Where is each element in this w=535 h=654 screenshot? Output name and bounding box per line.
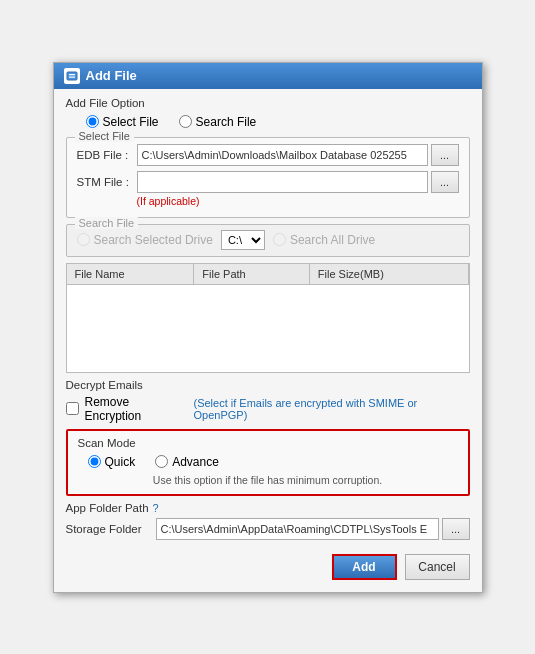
edb-file-row: EDB File : ...: [77, 144, 459, 166]
search-options-row: Search Selected Drive C:\ Search All Dri…: [77, 230, 459, 250]
title-bar: Add File: [54, 63, 482, 89]
search-selected-drive-option[interactable]: Search Selected Drive: [77, 233, 213, 247]
search-all-radio[interactable]: [273, 233, 286, 246]
if-applicable-text: (If applicable): [137, 195, 459, 207]
file-size-header: File Size(MB): [309, 264, 468, 285]
search-all-drive-option[interactable]: Search All Drive: [273, 233, 375, 247]
svg-rect-0: [67, 72, 77, 80]
file-name-header: File Name: [67, 264, 194, 285]
edb-browse-button[interactable]: ...: [431, 144, 459, 166]
quick-scan-option[interactable]: Quick: [88, 455, 136, 469]
app-folder-path-row: App Folder Path ?: [66, 502, 470, 514]
add-file-option-label: Add File Option: [66, 97, 470, 109]
dialog-title: Add File: [86, 68, 137, 83]
stm-input[interactable]: [137, 171, 428, 193]
stm-label: STM File :: [77, 176, 137, 188]
select-file-group-title: Select File: [75, 130, 134, 142]
add-button[interactable]: Add: [332, 554, 397, 580]
stm-browse-button[interactable]: ...: [431, 171, 459, 193]
select-file-label: Select File: [103, 115, 159, 129]
scan-mode-section: Scan Mode Quick Advance Use this option …: [66, 429, 470, 496]
search-file-group-title: Search File: [75, 217, 139, 229]
edb-label: EDB File :: [77, 149, 137, 161]
stm-file-row: STM File : ...: [77, 171, 459, 193]
search-selected-label: Search Selected Drive: [94, 233, 213, 247]
remove-encryption-checkbox[interactable]: [66, 402, 79, 415]
add-file-dialog: Add File Add File Option Select File Sea…: [53, 62, 483, 593]
search-file-option[interactable]: Search File: [179, 115, 257, 129]
scan-mode-options: Quick Advance: [78, 453, 458, 471]
svg-rect-2: [69, 76, 75, 77]
svg-rect-1: [69, 74, 75, 75]
select-file-radio[interactable]: [86, 115, 99, 128]
advance-scan-label: Advance: [172, 455, 219, 469]
quick-scan-label: Quick: [105, 455, 136, 469]
button-row: Add Cancel: [66, 548, 470, 582]
advance-scan-radio[interactable]: [155, 455, 168, 468]
app-folder-label: App Folder Path: [66, 502, 149, 514]
remove-encryption-label: Remove Encryption: [85, 395, 188, 423]
search-file-group: Search File Search Selected Drive C:\ Se…: [66, 224, 470, 257]
edb-input[interactable]: [137, 144, 428, 166]
scan-mode-label: Scan Mode: [78, 437, 458, 449]
search-file-radio[interactable]: [179, 115, 192, 128]
quick-scan-radio[interactable]: [88, 455, 101, 468]
file-table: File Name File Path File Size(MB): [67, 264, 469, 285]
file-table-area: File Name File Path File Size(MB): [66, 263, 470, 373]
file-path-header: File Path: [194, 264, 309, 285]
app-folder-help-link[interactable]: ?: [153, 502, 159, 514]
select-file-group: Select File EDB File : ... STM File : ..…: [66, 137, 470, 218]
decrypt-emails-label: Decrypt Emails: [66, 379, 470, 391]
drive-select[interactable]: C:\: [221, 230, 265, 250]
storage-folder-label: Storage Folder: [66, 523, 156, 535]
scan-hint: Use this option if the file has minimum …: [78, 474, 458, 486]
storage-folder-input[interactable]: [156, 518, 439, 540]
title-bar-icon: [64, 68, 80, 84]
decrypt-emails-section: Decrypt Emails Remove Encryption (Select…: [66, 379, 470, 423]
search-file-label: Search File: [196, 115, 257, 129]
search-all-label: Search All Drive: [290, 233, 375, 247]
advance-scan-option[interactable]: Advance: [155, 455, 219, 469]
smime-note: (Select if Emails are encrypted with SMI…: [194, 397, 470, 421]
search-selected-radio[interactable]: [77, 233, 90, 246]
storage-folder-row: Storage Folder ...: [66, 518, 470, 540]
remove-encryption-row: Remove Encryption (Select if Emails are …: [66, 395, 470, 423]
storage-browse-button[interactable]: ...: [442, 518, 470, 540]
cancel-button[interactable]: Cancel: [405, 554, 470, 580]
add-file-option-row: Select File Search File: [66, 113, 470, 131]
select-file-option[interactable]: Select File: [86, 115, 159, 129]
